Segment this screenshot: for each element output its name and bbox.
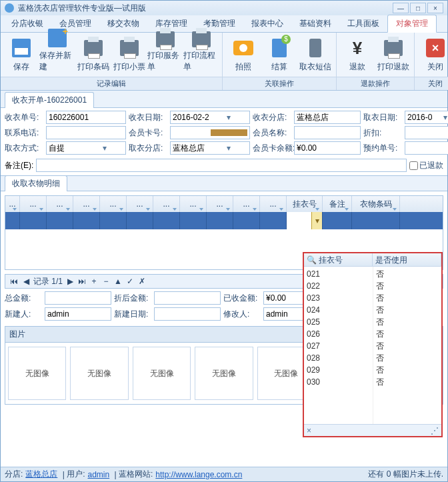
page-del-button[interactable]: −: [101, 277, 111, 286]
grid-cell[interactable]: ▾: [287, 212, 323, 229]
grid-col-header[interactable]: ...: [20, 196, 47, 212]
dropdown-item[interactable]: 024: [307, 304, 370, 316]
dropdown-item[interactable]: 027: [307, 340, 370, 352]
grid-cell[interactable]: [47, 212, 73, 229]
menu-tools[interactable]: 工具面板: [339, 15, 387, 32]
input-cardno[interactable]: [170, 126, 250, 139]
page-cancel-button[interactable]: ✗: [137, 277, 147, 286]
input-pickway[interactable]: 自提▾: [46, 141, 126, 155]
grid-cell[interactable]: [233, 212, 260, 229]
grid-col-header[interactable]: ...: [153, 196, 180, 212]
grid-col-header[interactable]: ...: [207, 196, 233, 212]
grid-col-header[interactable]: ...: [233, 196, 260, 212]
input-member[interactable]: [294, 126, 361, 139]
grid-cell[interactable]: [5, 212, 20, 229]
input-createdate[interactable]: [154, 307, 221, 321]
dropdown-item[interactable]: 022: [307, 280, 370, 292]
input-phone[interactable]: [46, 126, 126, 139]
input-discounted[interactable]: [154, 291, 221, 305]
grid-col-header[interactable]: ...: [47, 196, 73, 212]
resize-grip-icon[interactable]: ⋰: [431, 426, 439, 435]
grid-cell[interactable]: [180, 212, 207, 229]
grid-col-header[interactable]: ...: [127, 196, 153, 212]
grid-col-header[interactable]: ...: [5, 196, 20, 212]
page-first-button[interactable]: ⏮: [9, 277, 19, 286]
detail-tab[interactable]: 收取衣物明细: [5, 175, 67, 191]
photo-button[interactable]: 拍照: [225, 35, 261, 74]
sms-button[interactable]: 取衣短信: [297, 35, 333, 74]
input-orderdate[interactable]: 2016-02-2▾: [170, 111, 250, 124]
grid-cell[interactable]: [323, 212, 352, 229]
grid-col-header[interactable]: 备注: [323, 196, 352, 212]
dropdown-item[interactable]: 025: [307, 316, 370, 328]
input-pickbranch[interactable]: 蓝格总店▾: [170, 141, 250, 155]
dropdown-close-button[interactable]: ×: [307, 426, 311, 435]
grid-col-header[interactable]: 衣物条码: [352, 196, 400, 212]
input-balance[interactable]: [294, 141, 361, 155]
save-new-button[interactable]: 保存并新建: [39, 35, 75, 74]
refund-button[interactable]: ¥退款: [339, 35, 375, 74]
input-creator[interactable]: [45, 307, 111, 321]
dropdown-item[interactable]: 028: [307, 352, 370, 364]
page-next-button[interactable]: ▶: [65, 277, 75, 286]
page-prev-button[interactable]: ◀: [21, 277, 31, 286]
input-branch[interactable]: 蓝格总店: [294, 111, 361, 124]
input-orderno[interactable]: [46, 111, 126, 124]
page-add-button[interactable]: +: [89, 277, 99, 286]
save-button[interactable]: 保存: [3, 35, 39, 74]
hanger-dropdown[interactable]: 🔍 挂衣号 是否使用 02102202302402502602702802903…: [303, 252, 443, 437]
menu-reports[interactable]: 报表中心: [243, 15, 291, 32]
picture-slot[interactable]: 无图像: [8, 347, 66, 400]
input-remark[interactable]: [36, 159, 407, 172]
grid-cell[interactable]: [153, 212, 180, 229]
menu-transfer[interactable]: 移交衣物: [99, 15, 147, 32]
maximize-button[interactable]: □: [410, 3, 426, 13]
print-flow-button[interactable]: 打印流程单: [183, 35, 219, 74]
chevron-down-icon[interactable]: ▾: [311, 212, 322, 229]
dropdown-item[interactable]: 026: [307, 328, 370, 340]
print-refund-button[interactable]: 打印退款: [375, 35, 411, 74]
close-window-button[interactable]: ×: [427, 3, 443, 13]
picture-slot[interactable]: 无图像: [70, 347, 128, 400]
status-user-link[interactable]: admin: [87, 470, 109, 479]
grid-cell[interactable]: [20, 212, 47, 229]
grid-col-header[interactable]: 挂衣号: [287, 196, 323, 212]
dropdown-item[interactable]: 021: [307, 268, 370, 280]
minimize-button[interactable]: —: [393, 3, 409, 13]
dropdown-item[interactable]: 029: [307, 364, 370, 376]
picture-slot[interactable]: 无图像: [133, 347, 191, 400]
dropdown-item[interactable]: 023: [307, 292, 370, 304]
input-discount[interactable]: [405, 126, 448, 139]
grid-cell[interactable]: [260, 212, 287, 229]
close-button[interactable]: ×关闭: [417, 35, 448, 74]
menu-object[interactable]: 对象管理: [387, 15, 437, 33]
settle-button[interactable]: 结算: [261, 35, 297, 74]
menu-branch-cashier[interactable]: 分店收银: [3, 15, 51, 32]
page-up-button[interactable]: ▲: [113, 277, 123, 286]
page-last-button[interactable]: ⏭: [77, 277, 87, 286]
doc-tab[interactable]: 收衣开单-160226001: [5, 92, 94, 108]
dropdown-item[interactable]: 030: [307, 376, 370, 388]
grid-cell[interactable]: [73, 212, 100, 229]
grid-cell[interactable]: [352, 212, 400, 229]
input-booking[interactable]: [405, 141, 448, 155]
picture-slot[interactable]: 无图像: [195, 347, 253, 400]
status-site-link[interactable]: http://www.lange.com.cn: [155, 470, 242, 479]
menu-basedata[interactable]: 基础资料: [291, 15, 339, 32]
page-confirm-button[interactable]: ✓: [125, 277, 135, 286]
print-ticket-button[interactable]: 打印小票: [111, 35, 147, 74]
grid-col-header[interactable]: ...: [100, 196, 127, 212]
refunded-checkbox[interactable]: 已退款: [409, 160, 443, 171]
input-pickdate[interactable]: 2016-03-02▾: [405, 111, 448, 124]
input-total[interactable]: [45, 291, 111, 305]
print-barcode-button[interactable]: 打印条码: [75, 35, 111, 74]
grid-col-header[interactable]: ...: [73, 196, 100, 212]
grid-cell[interactable]: [127, 212, 153, 229]
grid-cell[interactable]: [100, 212, 127, 229]
grid-col-header[interactable]: ...: [260, 196, 287, 212]
menu-inventory[interactable]: 库存管理: [147, 15, 195, 32]
print-service-button[interactable]: 打印服务单: [147, 35, 183, 74]
status-store-link[interactable]: 蓝格总店: [25, 469, 57, 480]
grid-cell[interactable]: [207, 212, 233, 229]
grid-col-header[interactable]: ...: [180, 196, 207, 212]
